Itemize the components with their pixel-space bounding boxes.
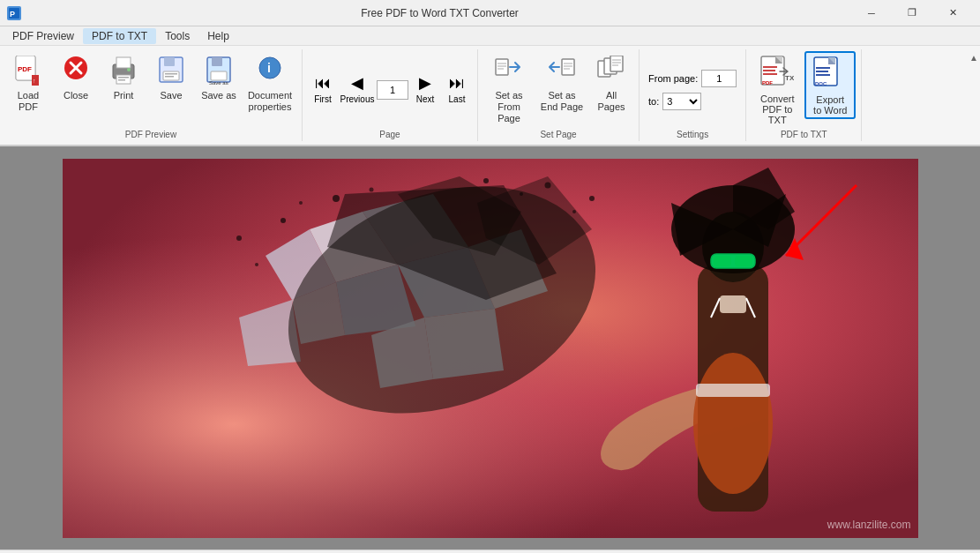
load-pdf-button[interactable]: PDF ↑ LoadPDF — [5, 51, 51, 116]
svg-point-69 — [333, 195, 340, 202]
pdf-to-txt-buttons: PDF TXT ConvertPDF to TXT — [752, 51, 856, 128]
app-icon: P — [7, 6, 21, 20]
close-window-button[interactable]: ✕ — [932, 0, 973, 26]
save-button[interactable]: Save — [148, 51, 194, 109]
pdf-preview-group-label: PDF Preview — [125, 128, 176, 139]
from-page-input[interactable] — [701, 70, 737, 87]
svg-rect-26 — [496, 59, 508, 75]
all-pages-label: AllPages — [597, 90, 625, 113]
minimize-button[interactable]: ─ — [851, 0, 892, 26]
ribbon-collapse-button[interactable]: ▲ — [968, 49, 980, 141]
restore-button[interactable]: ❐ — [892, 0, 932, 26]
svg-point-70 — [369, 187, 373, 191]
page-number-input[interactable] — [377, 80, 408, 100]
svg-text:TXT: TXT — [785, 74, 794, 82]
content-area: www.lanzilite.com — [0, 146, 980, 549]
set-end-page-button[interactable]: Set asEnd Page — [536, 51, 587, 116]
ribbon-group-page: ⏮ First ◀ Previous ▶ Next ⏭ Last Pa — [303, 49, 478, 141]
svg-text:Save as: Save as — [209, 80, 228, 86]
page-group-label: Page — [379, 128, 400, 139]
to-page-select[interactable]: 1 2 3 — [662, 93, 701, 110]
next-button[interactable]: ▶ Next — [409, 64, 441, 116]
title-bar: P Free PDF to Word TXT Converter ─ ❐ ✕ — [0, 0, 980, 26]
load-pdf-label: LoadPDF — [18, 90, 39, 113]
to-page-label: to: — [648, 96, 659, 107]
svg-text:↑: ↑ — [33, 78, 36, 84]
window-controls: ─ ❐ ✕ — [851, 0, 973, 26]
svg-rect-47 — [816, 67, 830, 69]
all-pages-button[interactable]: AllPages — [589, 51, 633, 116]
svg-text:DOC: DOC — [815, 81, 827, 86]
previous-icon: ◀ — [351, 75, 363, 91]
pdf-canvas: www.lanzilite.com — [63, 159, 918, 538]
set-end-page-icon — [546, 56, 578, 87]
svg-rect-43 — [763, 73, 777, 75]
svg-point-76 — [255, 263, 258, 266]
svg-point-77 — [236, 235, 242, 241]
save-as-label: Save as — [201, 90, 236, 101]
svg-point-73 — [544, 182, 550, 188]
next-icon: ▶ — [419, 75, 431, 91]
from-page-label: From page: — [648, 73, 698, 84]
load-pdf-icon: PDF ↑ — [12, 56, 44, 87]
pdf-preview-buttons: PDF ↑ LoadPDF Close — [5, 51, 296, 128]
svg-point-89 — [693, 353, 773, 494]
svg-rect-84 — [714, 256, 731, 266]
svg-text:P: P — [10, 10, 15, 19]
first-label: First — [314, 94, 331, 105]
document-properties-label: Documentproperties — [248, 90, 292, 113]
first-icon: ⏮ — [315, 75, 331, 91]
ribbon-group-pdf-preview: PDF ↑ LoadPDF Close — [0, 49, 303, 141]
svg-rect-36 — [610, 56, 623, 71]
svg-point-75 — [589, 196, 595, 201]
previous-button[interactable]: ◀ Previous — [339, 64, 376, 116]
menu-help[interactable]: Help — [198, 28, 238, 44]
previous-label: Previous — [340, 94, 375, 105]
ribbon-group-settings: From page: to: 1 2 3 Settings — [640, 49, 746, 141]
svg-text:PDF: PDF — [762, 80, 773, 86]
menu-tools[interactable]: Tools — [156, 28, 198, 44]
page-input-wrap — [377, 80, 408, 100]
svg-rect-48 — [816, 71, 828, 72]
document-properties-button[interactable]: i Documentproperties — [243, 51, 296, 116]
close-button[interactable]: Close — [53, 51, 99, 109]
svg-rect-12 — [118, 77, 129, 78]
export-to-word-button[interactable]: DOC Exportto Word — [804, 51, 856, 119]
svg-rect-86 — [720, 295, 746, 313]
print-icon — [108, 56, 139, 87]
save-as-button[interactable]: Save as Save as — [196, 51, 242, 109]
set-from-page-icon — [493, 56, 525, 87]
menu-bar: PDF Preview PDF to TXT Tools Help — [0, 26, 980, 46]
to-page-row: to: 1 2 3 — [648, 93, 737, 110]
svg-rect-16 — [164, 57, 175, 66]
from-page-row: From page: — [648, 70, 737, 87]
menu-pdf-preview[interactable]: PDF Preview — [4, 28, 83, 44]
svg-point-74 — [572, 210, 576, 213]
first-button[interactable]: ⏮ First — [308, 64, 338, 116]
svg-rect-13 — [118, 79, 125, 81]
convert-pdf-to-txt-icon: PDF TXT — [759, 56, 795, 91]
svg-rect-85 — [735, 256, 752, 266]
svg-text:PDF: PDF — [18, 65, 32, 73]
last-label: Last — [449, 94, 466, 105]
ribbon-group-set-page: Set asFrom Page Set asEnd Page — [478, 49, 640, 141]
svg-rect-19 — [165, 76, 174, 78]
svg-point-67 — [281, 218, 286, 223]
set-end-page-label: Set asEnd Page — [541, 90, 583, 113]
menu-pdf-to-txt[interactable]: PDF to TXT — [83, 28, 156, 44]
last-button[interactable]: ⏭ Last — [442, 64, 472, 116]
convert-pdf-to-txt-label: ConvertPDF to TXT — [754, 93, 800, 125]
settings-group-label: Settings — [677, 128, 708, 139]
print-button[interactable]: Print — [101, 51, 146, 109]
svg-rect-30 — [562, 59, 574, 75]
svg-point-68 — [299, 201, 303, 205]
document-properties-icon: i — [254, 56, 286, 87]
svg-rect-18 — [165, 73, 177, 75]
set-page-buttons: Set asFrom Page Set asEnd Page — [483, 51, 633, 128]
close-label: Close — [64, 90, 88, 101]
convert-pdf-to-txt-button[interactable]: PDF TXT ConvertPDF to TXT — [752, 51, 803, 128]
svg-rect-90 — [696, 384, 770, 397]
save-icon — [155, 56, 187, 87]
status-bar — [0, 549, 980, 553]
set-from-page-button[interactable]: Set asFrom Page — [483, 51, 535, 128]
